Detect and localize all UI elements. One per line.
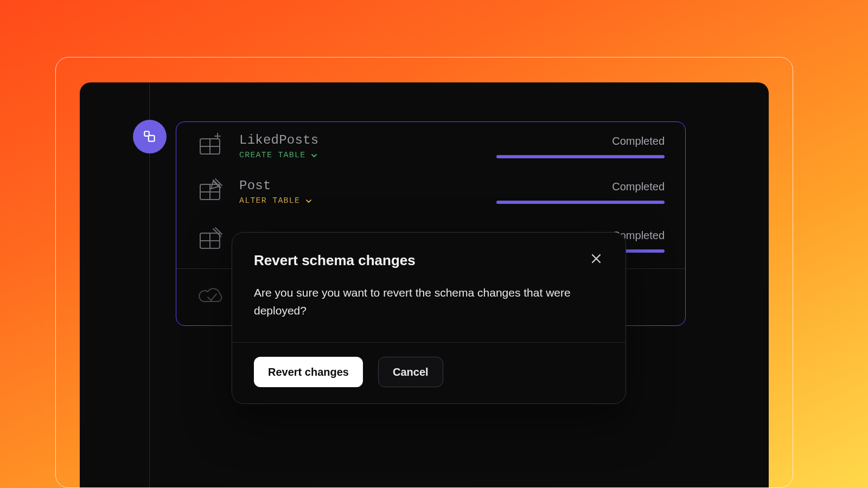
- modal-body: Are you sure you want to revert the sche…: [232, 269, 626, 342]
- close-icon: [590, 253, 602, 267]
- app-window: LikedPosts CREATE TABLE Completed: [80, 82, 769, 488]
- modal-actions: Revert changes Cancel: [232, 342, 626, 403]
- page-background: LikedPosts CREATE TABLE Completed: [0, 0, 868, 488]
- close-button[interactable]: [589, 252, 604, 267]
- button-label: Revert changes: [268, 366, 349, 378]
- modal-title: Revert schema changes: [254, 252, 416, 269]
- revert-changes-button[interactable]: Revert changes: [254, 357, 363, 387]
- button-label: Cancel: [393, 366, 429, 378]
- outer-frame: LikedPosts CREATE TABLE Completed: [55, 57, 793, 488]
- cancel-button[interactable]: Cancel: [378, 357, 443, 387]
- revert-modal: Revert schema changes Are you sure you w…: [232, 232, 626, 404]
